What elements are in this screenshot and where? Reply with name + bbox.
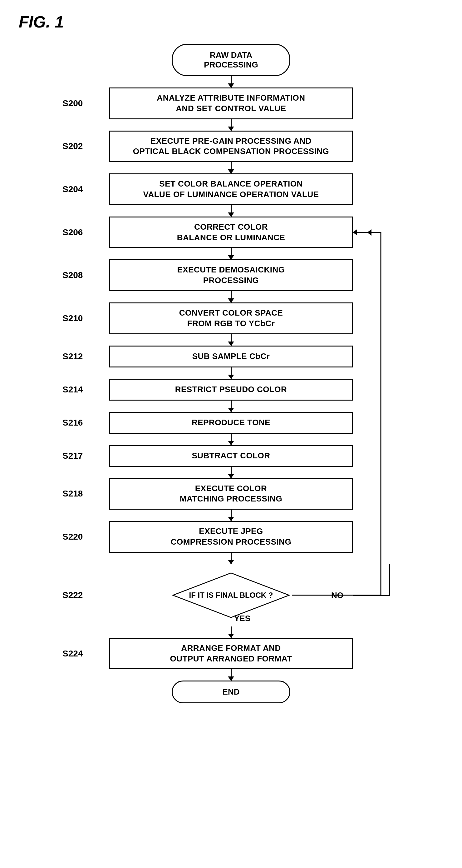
s204-row: S204 SET COLOR BALANCE OPERATION VALUE O… bbox=[0, 174, 462, 205]
arrow-11 bbox=[231, 509, 232, 521]
s224-row: S224 ARRANGE FORMAT AND OUTPUT ARRANGED … bbox=[0, 638, 462, 670]
s222-diamond-text: IF IT IS FINAL BLOCK ? bbox=[189, 590, 273, 600]
arrow-2 bbox=[231, 162, 232, 174]
s220-box: EXECUTE JPEG COMPRESSION PROCESSING bbox=[109, 521, 353, 553]
s224-label: S224 bbox=[62, 649, 83, 659]
s212-box: SUB SAMPLE CbCr bbox=[109, 346, 353, 367]
arrow-5 bbox=[231, 291, 232, 303]
s206-box: CORRECT COLOR BALANCE OR LUMINANCE bbox=[109, 217, 353, 248]
arrow-9 bbox=[231, 434, 232, 445]
s202-row: S202 EXECUTE PRE-GAIN PROCESSING AND OPT… bbox=[0, 131, 462, 162]
yes-label: YES bbox=[234, 614, 250, 623]
no-branch-vertical-line bbox=[389, 564, 390, 595]
s224-box: ARRANGE FORMAT AND OUTPUT ARRANGED FORMA… bbox=[109, 638, 353, 670]
arrow-10 bbox=[231, 467, 232, 478]
arrow-4 bbox=[231, 248, 232, 259]
arrow-13 bbox=[231, 626, 232, 638]
s217-box: SUBTRACT COLOR bbox=[109, 445, 353, 467]
s218-label: S218 bbox=[62, 489, 83, 499]
s212-row: S212 SUB SAMPLE CbCr bbox=[0, 346, 462, 367]
s202-box: EXECUTE PRE-GAIN PROCESSING AND OPTICAL … bbox=[109, 131, 353, 162]
s216-label: S216 bbox=[62, 418, 83, 428]
s210-row: S210 CONVERT COLOR SPACE FROM RGB TO YCb… bbox=[0, 303, 462, 334]
arrow-12 bbox=[231, 553, 232, 564]
s210-label: S210 bbox=[62, 313, 83, 323]
s200-label: S200 bbox=[62, 98, 83, 108]
s200-box: ANALYZE ATTRIBUTE INFORMATION AND SET CO… bbox=[109, 88, 353, 119]
arrow-0 bbox=[231, 76, 232, 88]
s200-row: S200 ANALYZE ATTRIBUTE INFORMATION AND S… bbox=[0, 88, 462, 119]
arrow-1 bbox=[231, 119, 232, 131]
s208-row: S208 EXECUTE DEMOSAICKING PROCESSING bbox=[0, 259, 462, 291]
s206-row: S206 CORRECT COLOR BALANCE OR LUMINANCE bbox=[0, 217, 462, 248]
s204-box: SET COLOR BALANCE OPERATION VALUE OF LUM… bbox=[109, 174, 353, 205]
start-box: RAW DATA PROCESSING bbox=[172, 44, 290, 76]
s217-label: S217 bbox=[62, 451, 83, 461]
s208-box: EXECUTE DEMOSAICKING PROCESSING bbox=[109, 259, 353, 291]
no-label: NO bbox=[331, 590, 343, 600]
s216-row: S216 REPRODUCE TONE bbox=[0, 412, 462, 434]
arrow-6 bbox=[231, 334, 232, 346]
s220-row: S220 EXECUTE JPEG COMPRESSION PROCESSING bbox=[0, 521, 462, 553]
s210-box: CONVERT COLOR SPACE FROM RGB TO YCbCr bbox=[109, 303, 353, 334]
fig-title: FIG. 1 bbox=[19, 12, 64, 31]
s214-box: RESTRICT PSEUDO COLOR bbox=[109, 379, 353, 401]
start-row: RAW DATA PROCESSING bbox=[0, 44, 462, 76]
s202-label: S202 bbox=[62, 141, 83, 151]
arrow-8 bbox=[231, 401, 232, 412]
s222-row: S222 IF IT IS FINAL BLOCK ? NO YES bbox=[0, 564, 462, 626]
s208-label: S208 bbox=[62, 270, 83, 280]
s218-row: S218 EXECUTE COLOR MATCHING PROCESSING bbox=[0, 478, 462, 510]
s222-diamond: IF IT IS FINAL BLOCK ? bbox=[172, 572, 290, 619]
s204-label: S204 bbox=[62, 184, 83, 194]
flowchart: RAW DATA PROCESSING S200 ANALYZE ATTRIBU… bbox=[0, 37, 462, 703]
s222-label: S222 bbox=[62, 590, 83, 600]
arrow-14 bbox=[231, 669, 232, 681]
s222-diamond-container: IF IT IS FINAL BLOCK ? NO YES bbox=[109, 570, 353, 620]
s214-row: S214 RESTRICT PSEUDO COLOR bbox=[0, 379, 462, 401]
s206-label: S206 bbox=[62, 227, 83, 238]
arrow-7 bbox=[231, 367, 232, 379]
s220-label: S220 bbox=[62, 532, 83, 542]
s217-row: S217 SUBTRACT COLOR bbox=[0, 445, 462, 467]
end-box: END bbox=[172, 681, 290, 703]
s218-box: EXECUTE COLOR MATCHING PROCESSING bbox=[109, 478, 353, 510]
s212-label: S212 bbox=[62, 351, 83, 362]
end-row: END bbox=[0, 681, 462, 703]
s214-label: S214 bbox=[62, 384, 83, 395]
arrow-3 bbox=[231, 205, 232, 217]
s216-box: REPRODUCE TONE bbox=[109, 412, 353, 434]
no-branch-right-line bbox=[353, 595, 390, 596]
